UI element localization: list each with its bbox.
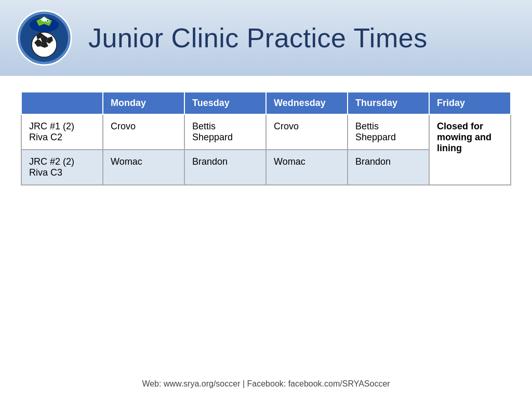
row-1-tuesday: BettisSheppard	[184, 114, 266, 150]
col-header-empty	[21, 92, 103, 114]
row-2-label: JRC #2 (2)Riva C3	[21, 150, 103, 185]
header: Junior Clinic Practice Times	[0, 0, 532, 76]
col-header-wednesday: Wednesday	[266, 92, 348, 114]
col-header-thursday: Thursday	[348, 92, 429, 114]
main-content: Monday Tuesday Wednesday Thursday Friday…	[0, 76, 532, 196]
row-2-monday: Womac	[103, 150, 184, 185]
row-1-label: JRC #1 (2)Riva C2	[21, 114, 103, 150]
row-1-thursday: BettisSheppard	[348, 114, 429, 150]
page-title: Junior Clinic Practice Times	[88, 22, 428, 54]
col-header-monday: Monday	[103, 92, 184, 114]
row-2-tuesday: Brandon	[184, 150, 266, 185]
row-2-thursday: Brandon	[348, 150, 429, 185]
col-header-tuesday: Tuesday	[184, 92, 266, 114]
row-1-wednesday: Crovo	[266, 114, 348, 150]
footer: Web: www.srya.org/soccer | Facebook: fac…	[0, 379, 532, 389]
row-2-wednesday: Womac	[266, 150, 348, 185]
footer-text: Web: www.srya.org/soccer | Facebook: fac…	[142, 379, 390, 388]
row-1-friday: Closed for mowing and lining	[429, 114, 511, 185]
table-header-row: Monday Tuesday Wednesday Thursday Friday	[21, 92, 511, 114]
row-1-monday: Crovo	[103, 114, 184, 150]
col-header-friday: Friday	[429, 92, 511, 114]
schedule-table: Monday Tuesday Wednesday Thursday Friday…	[21, 91, 511, 185]
svg-point-6	[47, 20, 49, 22]
logo	[16, 9, 73, 66]
table-row: JRC #1 (2)Riva C2 Crovo BettisSheppard C…	[21, 114, 511, 150]
